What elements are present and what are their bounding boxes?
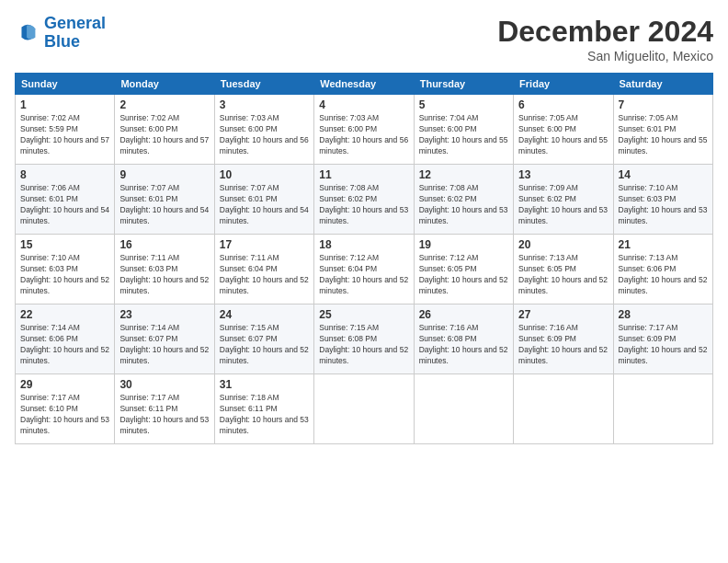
table-row: 1 Sunrise: 7:02 AMSunset: 5:59 PMDayligh… [16,95,115,165]
table-row: 15 Sunrise: 7:10 AMSunset: 6:03 PMDaylig… [16,235,115,304]
day-number: 13 [518,168,608,181]
logo: General Blue [15,15,106,52]
table-row: 23 Sunrise: 7:14 AMSunset: 6:07 PMDaylig… [115,304,214,374]
table-row: 31 Sunrise: 7:18 AMSunset: 6:11 PMDaylig… [214,374,313,444]
day-number: 5 [419,98,508,111]
location: San Miguelito, Mexico [497,49,713,63]
day-info: Sunrise: 7:08 AMSunset: 6:02 PMDaylight:… [319,183,408,225]
col-tuesday: Tuesday [214,74,313,95]
day-number: 14 [619,168,708,181]
logo-text: General Blue [44,15,106,52]
table-row: 4 Sunrise: 7:03 AMSunset: 6:00 PMDayligh… [314,95,414,165]
table-row: 18 Sunrise: 7:12 AMSunset: 6:04 PMDaylig… [314,235,414,304]
table-row: 12 Sunrise: 7:08 AMSunset: 6:02 PMDaylig… [414,165,513,235]
col-thursday: Thursday [414,74,513,95]
day-info: Sunrise: 7:07 AMSunset: 6:01 PMDaylight:… [119,183,209,225]
day-number: 31 [220,378,309,391]
page: General Blue December 2024 San Miguelito… [0,0,728,452]
day-number: 15 [20,238,109,251]
table-row: 3 Sunrise: 7:03 AMSunset: 6:00 PMDayligh… [214,95,313,165]
day-number: 28 [619,308,708,321]
table-row: 9 Sunrise: 7:07 AMSunset: 6:01 PMDayligh… [115,165,214,235]
table-row: 17 Sunrise: 7:11 AMSunset: 6:04 PMDaylig… [214,235,313,304]
table-row: 21 Sunrise: 7:13 AMSunset: 6:06 PMDaylig… [613,235,712,304]
table-row: 24 Sunrise: 7:15 AMSunset: 6:07 PMDaylig… [214,304,313,374]
calendar-week-5: 29 Sunrise: 7:17 AMSunset: 6:10 PMDaylig… [16,374,713,444]
day-info: Sunrise: 7:10 AMSunset: 6:03 PMDaylight:… [619,183,708,225]
table-row: 20 Sunrise: 7:13 AMSunset: 6:05 PMDaylig… [514,235,613,304]
day-info: Sunrise: 7:14 AMSunset: 6:07 PMDaylight:… [119,323,209,365]
table-row [414,374,513,444]
day-info: Sunrise: 7:02 AMSunset: 5:59 PMDaylight:… [20,113,109,155]
calendar-header-row: Sunday Monday Tuesday Wednesday Thursday… [16,74,713,95]
day-info: Sunrise: 7:17 AMSunset: 6:10 PMDaylight:… [20,393,109,435]
table-row: 10 Sunrise: 7:07 AMSunset: 6:01 PMDaylig… [214,165,313,235]
calendar-week-4: 22 Sunrise: 7:14 AMSunset: 6:06 PMDaylig… [16,304,713,374]
col-friday: Friday [514,74,613,95]
day-info: Sunrise: 7:12 AMSunset: 6:04 PMDaylight:… [319,253,408,295]
day-number: 12 [419,168,508,181]
logo-general: General [44,14,106,32]
logo-blue: Blue [44,32,80,51]
day-info: Sunrise: 7:11 AMSunset: 6:04 PMDaylight:… [220,253,309,295]
month-title: December 2024 [497,15,713,49]
table-row: 2 Sunrise: 7:02 AMSunset: 6:00 PMDayligh… [115,95,214,165]
day-info: Sunrise: 7:05 AMSunset: 6:00 PMDaylight:… [518,113,608,155]
table-row: 8 Sunrise: 7:06 AMSunset: 6:01 PMDayligh… [16,165,115,235]
day-info: Sunrise: 7:05 AMSunset: 6:01 PMDaylight:… [619,113,708,155]
table-row: 22 Sunrise: 7:14 AMSunset: 6:06 PMDaylig… [16,304,115,374]
day-number: 20 [518,238,608,251]
day-number: 16 [119,238,209,251]
day-number: 2 [119,98,209,111]
table-row: 11 Sunrise: 7:08 AMSunset: 6:02 PMDaylig… [314,165,414,235]
day-number: 30 [119,378,209,391]
col-monday: Monday [115,74,214,95]
day-info: Sunrise: 7:16 AMSunset: 6:08 PMDaylight:… [419,323,508,365]
day-info: Sunrise: 7:03 AMSunset: 6:00 PMDaylight:… [220,113,309,155]
table-row [613,374,712,444]
col-wednesday: Wednesday [314,74,414,95]
day-info: Sunrise: 7:13 AMSunset: 6:06 PMDaylight:… [619,253,708,295]
day-number: 4 [319,98,408,111]
calendar-week-3: 15 Sunrise: 7:10 AMSunset: 6:03 PMDaylig… [16,235,713,304]
day-info: Sunrise: 7:11 AMSunset: 6:03 PMDaylight:… [119,253,209,295]
day-number: 25 [319,308,408,321]
table-row: 29 Sunrise: 7:17 AMSunset: 6:10 PMDaylig… [16,374,115,444]
calendar-week-2: 8 Sunrise: 7:06 AMSunset: 6:01 PMDayligh… [16,165,713,235]
day-number: 29 [20,378,109,391]
day-info: Sunrise: 7:13 AMSunset: 6:05 PMDaylight:… [518,253,608,295]
day-number: 27 [518,308,608,321]
day-number: 10 [220,168,309,181]
table-row: 13 Sunrise: 7:09 AMSunset: 6:02 PMDaylig… [514,165,613,235]
table-row: 6 Sunrise: 7:05 AMSunset: 6:00 PMDayligh… [514,95,613,165]
table-row [314,374,414,444]
logo-icon [15,20,40,46]
day-number: 17 [220,238,309,251]
day-number: 11 [319,168,408,181]
header: General Blue December 2024 San Miguelito… [15,15,713,63]
table-row: 14 Sunrise: 7:10 AMSunset: 6:03 PMDaylig… [613,165,712,235]
day-info: Sunrise: 7:08 AMSunset: 6:02 PMDaylight:… [419,183,508,225]
calendar-table: Sunday Monday Tuesday Wednesday Thursday… [15,73,713,444]
day-info: Sunrise: 7:07 AMSunset: 6:01 PMDaylight:… [220,183,309,225]
day-info: Sunrise: 7:18 AMSunset: 6:11 PMDaylight:… [220,393,309,435]
day-info: Sunrise: 7:15 AMSunset: 6:08 PMDaylight:… [319,323,408,365]
col-saturday: Saturday [613,74,712,95]
day-info: Sunrise: 7:03 AMSunset: 6:00 PMDaylight:… [319,113,408,155]
day-info: Sunrise: 7:04 AMSunset: 6:00 PMDaylight:… [419,113,508,155]
day-number: 23 [119,308,209,321]
day-info: Sunrise: 7:09 AMSunset: 6:02 PMDaylight:… [518,183,608,225]
day-number: 1 [20,98,109,111]
table-row: 16 Sunrise: 7:11 AMSunset: 6:03 PMDaylig… [115,235,214,304]
day-number: 3 [220,98,309,111]
table-row: 19 Sunrise: 7:12 AMSunset: 6:05 PMDaylig… [414,235,513,304]
day-number: 22 [20,308,109,321]
day-number: 19 [419,238,508,251]
table-row: 27 Sunrise: 7:16 AMSunset: 6:09 PMDaylig… [514,304,613,374]
table-row: 7 Sunrise: 7:05 AMSunset: 6:01 PMDayligh… [613,95,712,165]
title-area: December 2024 San Miguelito, Mexico [497,15,713,63]
day-number: 24 [220,308,309,321]
day-info: Sunrise: 7:16 AMSunset: 6:09 PMDaylight:… [518,323,608,365]
day-info: Sunrise: 7:15 AMSunset: 6:07 PMDaylight:… [220,323,309,365]
day-number: 8 [20,168,109,181]
